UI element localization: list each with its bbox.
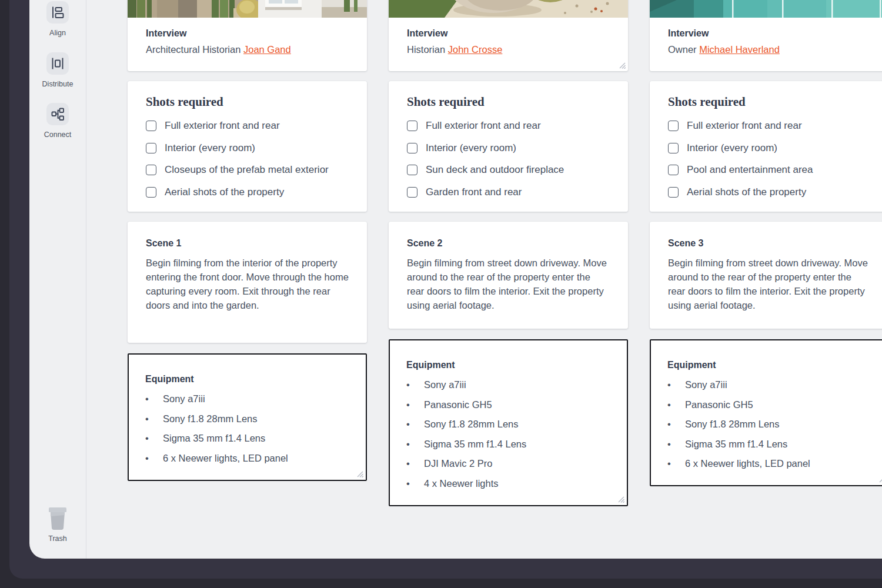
interview-card-3[interactable]: Interview Owner Michael Haverland (650, 0, 882, 71)
scene-text: Begin filming from street down driveway.… (407, 256, 610, 312)
equipment-item: 6 x Neewer lights, LED panel (145, 449, 349, 469)
checklist-item: Sun deck and outdoor fireplace (407, 165, 610, 175)
interview-line: Owner Michael Haverland (668, 42, 871, 56)
equipment-item: Sony f1.8 28mm Lens (406, 415, 610, 435)
lawn-rock-garden-photo (389, 0, 628, 18)
equipment-item: Sony a7iii (667, 375, 871, 395)
interview-line: Architectural Historian Joan Gand (146, 42, 349, 56)
scene-text: Begin filming from the interior of the p… (146, 256, 349, 312)
scene-card-1[interactable]: Scene 1 Begin filming from the interior … (128, 222, 367, 343)
equipment-card-3[interactable]: Equipment Sony a7iii Panasonic GH5 Sony … (650, 339, 882, 486)
checklist-item: Pool and entertainment area (668, 165, 871, 175)
connect-label: Connect (29, 131, 86, 139)
swimming-pool-photo (650, 0, 882, 18)
equipment-item: Sigma 35 mm f1.4 Lens (145, 429, 349, 449)
checkbox[interactable] (407, 165, 417, 175)
equipment-item: Panasonic GH5 (667, 395, 871, 415)
checklist-item: Closeups of the prefab metal exterior (146, 165, 349, 175)
person-link[interactable]: Michael Haverland (699, 44, 780, 55)
checkbox[interactable] (668, 121, 679, 131)
shots-card-2[interactable]: Shots required Full exterior front and r… (389, 81, 628, 212)
toolbar-divider (86, 0, 86, 559)
shots-card-1[interactable]: Shots required Full exterior front and r… (128, 81, 367, 212)
resize-handle[interactable] (356, 470, 363, 477)
interview-role: Architectural Historian (146, 44, 240, 55)
checklist-item: Interior (every room) (407, 143, 610, 153)
resize-handle[interactable] (618, 61, 626, 69)
equipment-card-2[interactable]: Equipment Sony a7iii Panasonic GH5 Sony … (389, 339, 628, 506)
scene-card-2[interactable]: Scene 2 Begin filming from street down d… (389, 222, 628, 329)
scene-heading: Scene 3 (668, 237, 871, 250)
equipment-item: 4 x Neewer lights (406, 474, 610, 494)
equipment-item: Sony a7iii (406, 375, 610, 395)
scene-card-3[interactable]: Scene 3 Begin filming from street down d… (650, 222, 882, 329)
trash-icon (46, 506, 69, 530)
resize-handle[interactable] (878, 475, 882, 483)
checklist-item: Aerial shots of the property (146, 187, 349, 198)
equipment-item: Panasonic GH5 (406, 395, 610, 415)
checklist-item: Interior (every room) (146, 143, 349, 153)
interview-heading: Interview (407, 27, 610, 40)
equipment-list: Sony a7iii Sony f1.8 28mm Lens Sigma 35 … (145, 389, 349, 468)
interview-heading: Interview (146, 27, 349, 40)
checklist-item: Garden front and rear (407, 187, 610, 198)
shots-heading: Shots required (668, 95, 871, 108)
distribute-label: Distribute (29, 80, 86, 88)
equipment-list: Sony a7iii Panasonic GH5 Sony f1.8 28mm … (667, 375, 871, 474)
equipment-item: Sigma 35 mm f1.4 Lens (667, 435, 871, 455)
scene-heading: Scene 1 (146, 237, 349, 250)
resize-handle[interactable] (617, 495, 624, 503)
interview-card-2[interactable]: Interview Historian John Crosse (389, 0, 628, 71)
interview-line: Historian John Crosse (407, 42, 610, 56)
interview-role: Historian (407, 44, 445, 55)
equipment-item: Sony f1.8 28mm Lens (145, 409, 349, 429)
equipment-heading: Equipment (145, 373, 349, 386)
trash-label: Trash (29, 534, 86, 543)
align-label: Align (29, 29, 86, 37)
checkbox[interactable] (668, 143, 679, 153)
distribute-button[interactable]: Distribute (29, 52, 86, 88)
person-link[interactable]: John Crosse (448, 44, 503, 55)
equipment-item: 6 x Neewer lights, LED panel (667, 454, 871, 474)
desert-cacti-house-photo (128, 0, 367, 18)
shots-heading: Shots required (146, 95, 349, 108)
interview-heading: Interview (668, 27, 871, 40)
connect-icon (46, 103, 69, 125)
checklist-item: Interior (every room) (668, 143, 871, 153)
checkbox[interactable] (146, 121, 156, 131)
checkbox[interactable] (407, 187, 417, 198)
equipment-card-1[interactable]: Equipment Sony a7iii Sony f1.8 28mm Lens… (128, 353, 367, 481)
checklist-item: Full exterior front and rear (146, 121, 349, 131)
equipment-item: DJI Mavic 2 Pro (406, 454, 610, 474)
align-button[interactable]: Align (29, 1, 86, 37)
equipment-heading: Equipment (667, 359, 871, 372)
equipment-list: Sony a7iii Panasonic GH5 Sony f1.8 28mm … (406, 375, 610, 493)
checklist-item: Full exterior front and rear (407, 121, 610, 131)
equipment-item: Sony a7iii (145, 389, 349, 409)
trash-button[interactable]: Trash (29, 506, 86, 543)
checkbox[interactable] (146, 187, 156, 198)
shots-card-3[interactable]: Shots required Full exterior front and r… (650, 81, 882, 212)
person-link[interactable]: Joan Gand (243, 44, 291, 55)
scene-heading: Scene 2 (407, 237, 610, 250)
checkbox[interactable] (146, 143, 156, 153)
toolbar: Align Distribute Connect (29, 0, 86, 559)
checkbox[interactable] (668, 165, 679, 175)
align-icon (46, 1, 69, 24)
checkbox[interactable] (407, 143, 417, 153)
checklist-item: Aerial shots of the property (668, 187, 871, 198)
equipment-heading: Equipment (406, 359, 610, 372)
connect-button[interactable]: Connect (29, 103, 86, 139)
checkbox[interactable] (668, 187, 679, 198)
shots-heading: Shots required (407, 95, 610, 108)
checkbox[interactable] (146, 165, 156, 175)
interview-role: Owner (668, 44, 697, 55)
checklist-item: Full exterior front and rear (668, 121, 871, 131)
distribute-icon (46, 52, 69, 75)
checkbox[interactable] (407, 121, 417, 131)
equipment-item: Sony f1.8 28mm Lens (667, 415, 871, 435)
equipment-item: Sigma 35 mm f1.4 Lens (406, 435, 610, 455)
interview-card-1[interactable]: Interview Architectural Historian Joan G… (128, 0, 367, 71)
scene-text: Begin filming from street down driveway.… (668, 256, 871, 312)
